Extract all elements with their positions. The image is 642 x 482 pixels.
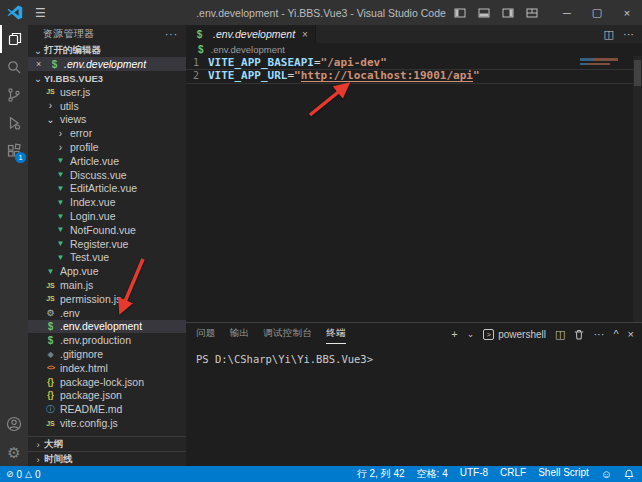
- tree-item-error[interactable]: ›error: [28, 126, 186, 140]
- breadcrumb-filename: .env.development: [211, 44, 285, 55]
- tree-item-profile[interactable]: ›profile: [28, 140, 186, 154]
- panel-tab[interactable]: 问题: [196, 324, 216, 344]
- gear-file-icon: ⚙: [44, 308, 57, 318]
- chevron-right-icon: ›: [32, 439, 44, 450]
- toggle-panel-icon[interactable]: [478, 7, 490, 19]
- status-item[interactable]: UTF-8: [460, 467, 488, 481]
- split-terminal-icon[interactable]: ◫: [555, 328, 565, 341]
- problems-status[interactable]: ⊘ 0 △ 0: [6, 469, 41, 480]
- code-editor[interactable]: 1 VITE_APP_BASEAPI="/api-dev" 2 VITE_APP…: [186, 56, 642, 322]
- split-editor-icon[interactable]: ◫: [604, 28, 614, 41]
- tree-item--gitignore[interactable]: ◆.gitignore: [28, 347, 186, 361]
- timeline-section-header[interactable]: › 时间线: [28, 451, 186, 466]
- panel-tab[interactable]: 终端: [326, 324, 346, 344]
- vue-file-icon: ▼: [54, 225, 67, 234]
- js-file-icon: JS: [44, 88, 57, 95]
- status-item[interactable]: Shell Script: [538, 467, 589, 481]
- tree-item-vite-config-js[interactable]: JSvite.config.js: [28, 416, 186, 430]
- search-icon[interactable]: [0, 53, 28, 81]
- tree-item-label: .env.production: [60, 334, 131, 346]
- editor-more-actions-icon[interactable]: ···: [623, 28, 634, 40]
- new-terminal-icon[interactable]: +: [451, 328, 457, 340]
- chevron-down-icon: ⌄: [44, 114, 57, 125]
- tree-item-package-json[interactable]: {}package.json: [28, 389, 186, 403]
- chevron-right-icon: ›: [54, 128, 67, 139]
- panel-more-actions-icon[interactable]: ···: [593, 328, 604, 340]
- tree-item-login-vue[interactable]: ▼Login.vue: [28, 209, 186, 223]
- project-root-header[interactable]: ⌄ YI.BBS.VUE3: [28, 71, 186, 85]
- maximize-panel-icon[interactable]: ^: [613, 328, 618, 340]
- tree-item-permission-js[interactable]: JSpermission.js: [28, 292, 186, 306]
- close-panel-icon[interactable]: ×: [628, 328, 634, 340]
- maximize-button[interactable]: ▢: [582, 0, 612, 25]
- tree-item-main-js[interactable]: JSmain.js: [28, 278, 186, 292]
- tree-item-label: .gitignore: [60, 348, 103, 360]
- explorer-more-actions-icon[interactable]: ···: [165, 29, 178, 40]
- tree-item--env-production[interactable]: $.env.production: [28, 333, 186, 347]
- terminal-dropdown-icon[interactable]: ⌄: [467, 329, 475, 339]
- tree-item-user-js[interactable]: JSuser.js: [28, 85, 186, 99]
- chevron-right-icon: ›: [54, 142, 67, 153]
- panel-tab[interactable]: 调试控制台: [263, 324, 312, 344]
- terminal-output[interactable]: PS D:\CSharp\Yi\Yi.BBS.Vue3>: [186, 345, 642, 466]
- tree-item-test-vue[interactable]: ▼Test.vue: [28, 251, 186, 265]
- customize-layout-icon[interactable]: [526, 7, 538, 19]
- panel-tab[interactable]: 输出: [230, 324, 250, 344]
- terminal-shell-chip[interactable]: > powershell: [483, 329, 546, 340]
- tree-item-label: Register.vue: [70, 238, 128, 250]
- minimap[interactable]: [580, 58, 620, 65]
- source-control-icon[interactable]: [0, 81, 28, 109]
- tree-item-discuss-vue[interactable]: ▼Discuss.vue: [28, 168, 186, 182]
- tree-item-index-html[interactable]: <>index.html: [28, 361, 186, 375]
- run-and-debug-icon[interactable]: [0, 109, 28, 137]
- tree-item--env[interactable]: ⚙.env: [28, 306, 186, 320]
- close-button[interactable]: ×: [612, 0, 642, 25]
- tree-item-utils[interactable]: ›utils: [28, 99, 186, 113]
- feedback-smiley-icon[interactable]: ☺: [601, 468, 612, 480]
- line-number: 2: [186, 69, 208, 82]
- html-file-icon: <>: [44, 363, 57, 372]
- url-link[interactable]: http://localhost:19001/api: [301, 69, 473, 82]
- toggle-secondary-sidebar-icon[interactable]: [502, 7, 514, 19]
- tree-item-package-lock-json[interactable]: {}package-lock.json: [28, 375, 186, 389]
- tree-item-editarticle-vue[interactable]: ▼EditArticle.vue: [28, 182, 186, 196]
- tree-item-readme-md[interactable]: ⓘREADME.md: [28, 402, 186, 416]
- account-icon[interactable]: [0, 410, 28, 438]
- status-item[interactable]: CRLF: [500, 467, 526, 481]
- menu-icon[interactable]: ☰: [35, 6, 46, 20]
- tree-item-index-vue[interactable]: ▼Index.vue: [28, 195, 186, 209]
- activity-bar: 1 ⚙: [0, 25, 28, 466]
- tree-item-notfound-vue[interactable]: ▼NotFound.vue: [28, 223, 186, 237]
- editor-scrollbar[interactable]: [633, 56, 642, 322]
- tree-item-register-vue[interactable]: ▼Register.vue: [28, 237, 186, 251]
- settings-gear-icon[interactable]: ⚙: [0, 438, 28, 466]
- explorer-icon[interactable]: [0, 25, 28, 53]
- notifications-bell-icon[interactable]: [624, 469, 634, 480]
- status-item[interactable]: 空格: 4: [417, 467, 448, 481]
- vue-file-icon: ▼: [54, 156, 67, 165]
- tab-close-icon[interactable]: ×: [302, 29, 308, 40]
- tree-item-label: .env.development: [60, 320, 142, 332]
- terminal-prompt: PS D:\CSharp\Yi\Yi.BBS.Vue3>: [196, 353, 373, 365]
- status-item[interactable]: 行 2, 列 42: [357, 467, 405, 481]
- outline-section-header[interactable]: › 大纲: [28, 436, 186, 451]
- open-editor-item[interactable]: × $ .env.development: [28, 57, 186, 71]
- close-icon[interactable]: ×: [36, 59, 48, 69]
- breadcrumb[interactable]: $ .env.development: [186, 43, 642, 56]
- tree-item--env-development[interactable]: $.env.development: [28, 320, 186, 334]
- tree-item-article-vue[interactable]: ▼Article.vue: [28, 154, 186, 168]
- extensions-icon[interactable]: 1: [0, 137, 28, 165]
- bottom-panel: 问题输出调试控制台终端 + ⌄ > powershell ◫ ··· ^ ×: [186, 322, 642, 466]
- open-editors-header[interactable]: ⌄ 打开的编辑器: [28, 43, 186, 57]
- toggle-sidebar-icon[interactable]: [454, 7, 466, 19]
- shellscript-file-icon: $: [193, 29, 206, 40]
- gitignore-file-icon: ◆: [44, 350, 57, 359]
- minimize-button[interactable]: ─: [552, 0, 582, 25]
- tab-env-development[interactable]: $ .env.development ×: [186, 25, 316, 43]
- tree-item-views[interactable]: ⌄views: [28, 113, 186, 127]
- tree-item-label: profile: [70, 141, 99, 153]
- kill-terminal-trash-icon[interactable]: [574, 329, 584, 340]
- shellscript-file-icon: $: [48, 59, 61, 70]
- line-number: 1: [186, 56, 208, 69]
- tree-item-app-vue[interactable]: ▼App.vue: [28, 264, 186, 278]
